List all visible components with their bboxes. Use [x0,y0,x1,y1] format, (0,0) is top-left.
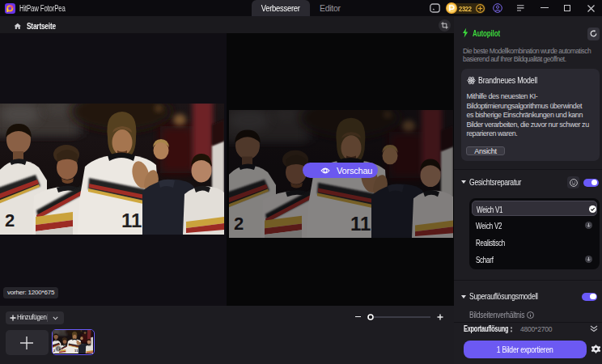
svg-text:i: i [57,346,58,351]
